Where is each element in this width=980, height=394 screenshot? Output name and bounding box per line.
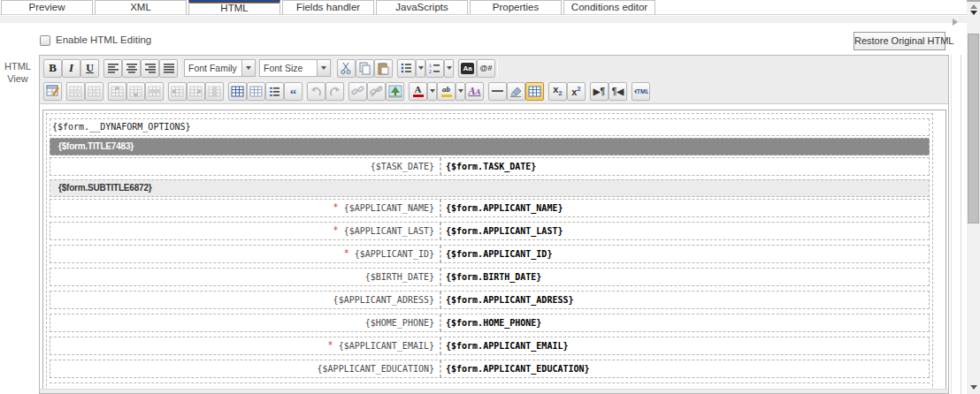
insert-row-before-button[interactable] <box>108 82 126 101</box>
form-field-row[interactable]: * {$APPLICANT_NAME}{$form.APPLICANT_NAME… <box>50 199 930 217</box>
form-field-row[interactable]: {$APPLICANT_ADRESS}{$form.APPLICANT_ADRE… <box>50 291 930 309</box>
bold-button[interactable]: B <box>43 59 62 78</box>
delete-col-button[interactable] <box>205 82 224 101</box>
unlink-button[interactable] <box>367 82 386 101</box>
horizontal-rule-button[interactable] <box>488 82 507 101</box>
field-label[interactable]: * {$APPLICANT_ID} <box>50 246 440 262</box>
restore-original-html-button[interactable]: Restore Original HTML <box>854 32 946 50</box>
field-label[interactable]: {$APPLICANT_EDUCATION} <box>50 360 440 377</box>
cell-properties-button[interactable] <box>85 82 103 101</box>
text-color-button[interactable]: A <box>409 82 427 101</box>
scroll-up-icon[interactable] <box>970 4 977 9</box>
tab-html[interactable]: HTML <box>188 0 280 15</box>
field-label[interactable]: {$TASK_DATE} <box>50 158 440 175</box>
tab-preview[interactable]: Preview <box>1 0 93 15</box>
copy-button[interactable] <box>356 59 374 78</box>
font-family-select-arrow-icon[interactable] <box>242 59 256 77</box>
field-value[interactable]: {$form.APPLICANT_ADRESS} <box>440 292 929 308</box>
tab-fields-handler[interactable]: Fields handler <box>282 0 374 15</box>
html-source-button[interactable]: HTML <box>632 82 650 101</box>
undo-button[interactable] <box>307 82 325 101</box>
highlight-color-caret-button[interactable] <box>456 82 465 101</box>
bullet-list-menu-caret-button[interactable] <box>416 59 425 78</box>
editor-content[interactable]: {$form.__DYNAFORM_OPTIONS}{$form.TITLE74… <box>40 104 948 393</box>
form-field-row[interactable]: {$TASK_DATE}{$form.TASK_DATE} <box>50 157 930 176</box>
align-right-button[interactable] <box>141 59 159 78</box>
field-label[interactable]: {$APPLICANT_ADRESS} <box>50 292 440 308</box>
row-properties-button[interactable] <box>66 82 85 101</box>
style-props-button[interactable]: AA <box>465 82 484 101</box>
font-size-select-arrow-icon[interactable] <box>318 59 331 77</box>
field-label[interactable]: * {$APPLICANT_NAME} <box>50 200 440 216</box>
numbered-list-menu-caret-button[interactable] <box>444 59 454 78</box>
field-value[interactable]: {$form.APPLICANT_ID} <box>440 246 929 262</box>
subscript-button[interactable]: x2 <box>548 82 567 101</box>
form-field-row[interactable]: {$HOME_PHONE}{$form.HOME_PHONE} <box>50 314 930 332</box>
redo-button[interactable] <box>325 82 344 101</box>
language-button[interactable]: Aa <box>458 59 477 78</box>
numbered-list-button[interactable]: 12 <box>425 59 444 78</box>
highlight-color-button[interactable]: ab <box>437 82 456 101</box>
font-family-select[interactable]: Font Family <box>184 59 256 77</box>
field-value[interactable]: {$form.APPLICANT_EDUCATION} <box>440 360 929 377</box>
field-label[interactable]: * {$APPLICANT_LAST} <box>50 223 440 239</box>
field-value[interactable]: {$form.HOME_PHONE} <box>440 314 929 331</box>
panel-collapse-arrow-icon[interactable] <box>953 19 958 26</box>
field-value[interactable]: {$form.BIRTH_DATE} <box>440 269 929 285</box>
scroll-down-icon[interactable] <box>970 385 977 390</box>
form-field-row[interactable]: * {$APPLICANT_ID}{$form.APPLICANT_ID} <box>50 245 930 263</box>
form-title-row[interactable]: {$form.TITLE7483} <box>50 138 930 155</box>
tab-javascripts[interactable]: JavaScripts <box>376 0 468 15</box>
tab-properties[interactable]: Properties <box>470 0 562 15</box>
ltr-button[interactable]: ▶¶ <box>590 82 609 101</box>
insert-row-after-button[interactable] <box>126 82 145 101</box>
special-chars-button[interactable]: @# <box>477 59 495 78</box>
superscript-button[interactable]: x2 <box>567 82 586 101</box>
editor-horizontal-scrollbar[interactable] <box>40 389 948 393</box>
field-value[interactable]: {$form.APPLICANT_LAST} <box>440 223 929 239</box>
field-value[interactable]: {$form.APPLICANT_EMAIL} <box>440 337 929 354</box>
split-cells-button[interactable] <box>228 82 247 101</box>
insert-col-after-button[interactable] <box>187 82 205 101</box>
font-size-select[interactable]: Font Size <box>259 59 331 77</box>
form-subtitle-row[interactable]: {$form.SUBTITLE6872} <box>50 179 930 197</box>
scrollbar-thumb[interactable] <box>968 34 979 224</box>
link-button[interactable] <box>348 82 367 101</box>
form-field-row[interactable]: {$BIRTH_DATE}{$form.BIRTH_DATE} <box>50 268 930 286</box>
text-color-caret-button[interactable] <box>427 82 437 101</box>
field-value[interactable]: {$form.TASK_DATE} <box>440 158 929 175</box>
delete-row-button[interactable] <box>145 82 164 101</box>
form-text-row[interactable]: {$form.__DYNAFORM_OPTIONS} <box>50 118 930 136</box>
vertical-scrollbar[interactable] <box>967 0 980 394</box>
tab-xml[interactable]: XML <box>95 0 187 15</box>
form-field-row[interactable]: {$APPLICANT_EDUCATION}{$form.APPLICANT_E… <box>50 360 930 378</box>
remove-format-button[interactable] <box>507 82 525 101</box>
align-left-button[interactable] <box>103 59 122 78</box>
align-justify-button[interactable] <box>159 59 178 78</box>
font-family-select-value[interactable]: Font Family <box>184 59 242 77</box>
insert-col-before-button[interactable] <box>168 82 187 101</box>
field-label[interactable]: {$HOME_PHONE} <box>50 314 440 331</box>
cut-button[interactable] <box>337 59 356 78</box>
bullet-list-button[interactable] <box>397 59 416 78</box>
visual-chars-button[interactable] <box>265 82 284 101</box>
field-label[interactable]: * {$APPLICANT_EMAIL} <box>50 337 440 354</box>
scroll-down-top-icon[interactable] <box>970 11 977 15</box>
edit-table-button[interactable] <box>43 82 62 101</box>
image-button[interactable] <box>386 82 404 101</box>
field-value[interactable]: {$form.APPLICANT_NAME} <box>440 200 929 216</box>
merge-cells-button[interactable] <box>247 82 265 101</box>
align-center-button[interactable] <box>122 59 141 78</box>
enable-html-editing-checkbox[interactable] <box>40 35 50 46</box>
toggle-guidelines-button[interactable] <box>525 82 544 101</box>
blockquote-button[interactable]: “ <box>284 82 302 101</box>
italic-button[interactable]: I <box>62 59 80 78</box>
field-label[interactable]: {$BIRTH_DATE} <box>50 269 440 285</box>
underline-button[interactable]: U <box>80 59 99 78</box>
tab-conditions-editor[interactable]: Conditions editor <box>563 0 655 15</box>
paste-button[interactable] <box>374 59 393 78</box>
form-field-row[interactable]: * {$APPLICANT_EMAIL}{$form.APPLICANT_EMA… <box>50 337 930 355</box>
form-field-row[interactable]: * {$APPLICANT_LAST}{$form.APPLICANT_LAST… <box>50 222 930 240</box>
rtl-button[interactable]: ¶◀ <box>609 82 627 101</box>
font-size-select-value[interactable]: Font Size <box>259 59 318 77</box>
